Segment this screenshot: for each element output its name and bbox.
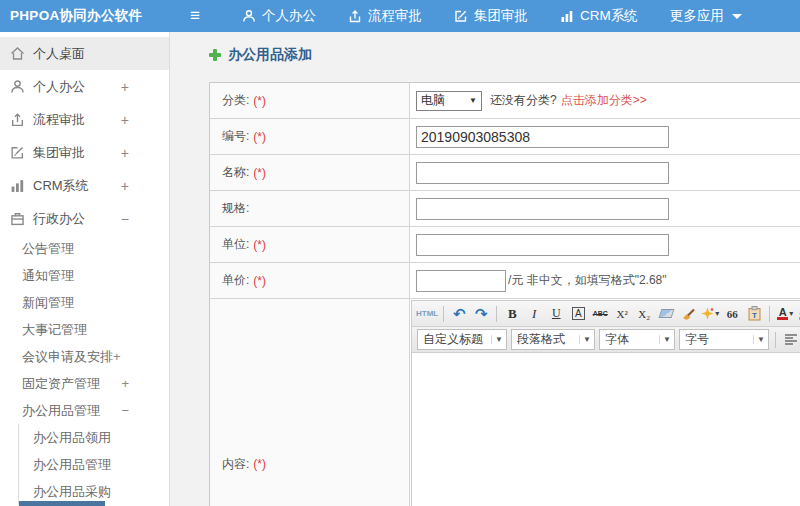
user-icon: [242, 9, 256, 23]
home-icon: [10, 46, 25, 61]
paragraph-format-select[interactable]: 段落格式▼: [511, 329, 595, 350]
spec-label: 规格:: [210, 191, 410, 226]
sidebar-item-supplies-claim[interactable]: 办公用品领用: [19, 424, 169, 451]
nav-item-more-apps[interactable]: 更多应用: [670, 7, 742, 25]
sidebar-item-workflow-approval[interactable]: 流程审批 +: [0, 103, 169, 136]
name-input[interactable]: [416, 162, 669, 184]
name-label: 名称: (*): [210, 155, 410, 190]
sidebar-item-meeting-request[interactable]: 会议申请及安排 +: [0, 343, 169, 370]
source-code-button[interactable]: HTML: [416, 304, 438, 324]
code-input[interactable]: [416, 126, 669, 148]
nav-label: 个人办公: [262, 7, 316, 25]
undo-button[interactable]: ↶: [449, 304, 469, 324]
expand-plus-icon[interactable]: +: [121, 79, 129, 95]
subscript-button[interactable]: X₂: [634, 304, 654, 324]
sidebar-item-label: 大事记管理: [22, 321, 87, 339]
align-left-icon[interactable]: [781, 330, 800, 350]
sidebar-item-personal-desktop[interactable]: 个人桌面: [0, 37, 169, 70]
font-style-button[interactable]: A: [568, 304, 588, 324]
sidebar-item-crm-system[interactable]: CRM系统 +: [0, 169, 169, 202]
nav-item-personal-office[interactable]: 个人办公: [242, 7, 316, 25]
font-size-select[interactable]: 字号▼: [679, 329, 769, 350]
custom-title-select[interactable]: 自定义标题▼: [417, 329, 507, 350]
nav-item-crm-system[interactable]: CRM系统: [560, 7, 638, 25]
unit-input[interactable]: [416, 234, 669, 256]
add-category-link[interactable]: 点击添加分类>>: [561, 92, 647, 109]
sidebar-item-partially-visible[interactable]: [19, 501, 105, 506]
top-nav: 个人办公 流程审批 集团审批 CRM系统 更多应用: [242, 7, 742, 25]
sidebar-item-label: 行政办公: [33, 210, 85, 228]
sidebar-item-announcement-mgmt[interactable]: 公告管理: [0, 235, 169, 262]
form-row-content: 内容: (*) HTML ↶ ↷ B I U: [210, 299, 800, 506]
code-label: 编号: (*): [210, 119, 410, 154]
bold-button[interactable]: B: [502, 304, 522, 324]
sidebar-submenu: 公告管理 通知管理 新闻管理 大事记管理 会议申请及安排 + 固定资产管理 + …: [0, 235, 169, 505]
caret-down-icon: [732, 14, 742, 19]
sidebar-item-label: 办公用品采购: [33, 483, 111, 501]
sidebar-item-label: 办公用品领用: [33, 429, 111, 447]
auto-typeset-icon[interactable]: ▾: [700, 304, 720, 324]
expand-plus-icon[interactable]: +: [121, 178, 129, 194]
sidebar-item-office-supplies-mgmt[interactable]: 办公用品管理 −: [0, 397, 169, 424]
sidebar-item-personal-office[interactable]: 个人办公 +: [0, 70, 169, 103]
select-caret-icon: ▼: [579, 335, 591, 344]
bar-chart-icon: [10, 178, 25, 193]
sidebar-item-supplies-manage[interactable]: 办公用品管理: [19, 451, 169, 478]
collapse-minus-icon[interactable]: −: [121, 403, 129, 418]
editor-content-area[interactable]: [412, 353, 800, 506]
expand-plus-icon[interactable]: +: [121, 112, 129, 128]
nav-item-group-approval[interactable]: 集团审批: [454, 7, 528, 25]
workflow-icon: [10, 112, 25, 127]
required-marker: (*): [253, 130, 266, 144]
workflow-icon: [348, 9, 362, 23]
quick-format-icon[interactable]: [678, 304, 698, 324]
expand-plus-icon[interactable]: +: [121, 145, 129, 161]
strikethrough-button[interactable]: ABC: [590, 304, 610, 324]
required-marker: (*): [253, 94, 266, 108]
sidebar-item-label: 会议申请及安排: [22, 348, 113, 366]
sidebar-item-label: 集团审批: [33, 144, 85, 162]
sidebar-item-label: 公告管理: [22, 240, 74, 258]
edit-square-icon: [10, 145, 25, 160]
select-caret-icon: ▼: [469, 96, 477, 105]
sidebar-subsubmenu: 办公用品领用 办公用品管理 办公用品采购: [18, 424, 169, 505]
redo-button[interactable]: ↷: [471, 304, 491, 324]
sidebar-item-admin-office[interactable]: 行政办公 −: [0, 202, 169, 235]
add-plus-icon: [209, 49, 221, 61]
remove-format-icon[interactable]: [656, 304, 676, 324]
category-hint-text: 还没有分类?: [490, 92, 557, 109]
caret-down-icon: ▾: [715, 309, 719, 318]
category-selected-value: 电脑: [421, 92, 445, 109]
nav-label: 流程审批: [368, 7, 422, 25]
expand-plus-icon[interactable]: +: [121, 376, 129, 391]
collapse-minus-icon[interactable]: −: [121, 211, 129, 227]
category-label: 分类: (*): [210, 83, 410, 118]
nav-item-workflow-approval[interactable]: 流程审批: [348, 7, 422, 25]
sidebar-item-label: 个人桌面: [33, 45, 85, 63]
topbar: PHPOA协同办公软件 ≡ 个人办公 流程审批 集团审批: [0, 0, 800, 32]
sidebar-item-memorabilia-mgmt[interactable]: 大事记管理: [0, 316, 169, 343]
sidebar-item-notice-mgmt[interactable]: 通知管理: [0, 262, 169, 289]
page-title-text: 办公用品添加: [228, 46, 312, 64]
blockquote-button[interactable]: 66: [722, 304, 742, 324]
sidebar-item-group-approval[interactable]: 集团审批 +: [0, 136, 169, 169]
form-row-category: 分类: (*) 电脑 ▼ 还没有分类? 点击添加分类>>: [210, 83, 800, 119]
add-supplies-form: 分类: (*) 电脑 ▼ 还没有分类? 点击添加分类>> 编号: (*): [209, 82, 800, 506]
font-color-button[interactable]: A ▾: [775, 304, 795, 324]
font-family-select[interactable]: 字体▼: [599, 329, 675, 350]
hamburger-icon[interactable]: ≡: [182, 6, 208, 26]
paste-as-text-icon[interactable]: T: [744, 304, 764, 324]
superscript-button[interactable]: X²: [612, 304, 632, 324]
category-select[interactable]: 电脑 ▼: [416, 91, 482, 111]
price-input[interactable]: [416, 270, 506, 292]
sidebar-item-label: CRM系统: [33, 177, 89, 195]
underline-button[interactable]: U: [546, 304, 566, 324]
sidebar-item-news-mgmt[interactable]: 新闻管理: [0, 289, 169, 316]
sidebar: 个人桌面 个人办公 + 流程审批 + 集团审批 +: [0, 32, 170, 506]
spec-input[interactable]: [416, 198, 669, 220]
select-caret-icon: ▼: [659, 335, 671, 344]
italic-button[interactable]: I: [524, 304, 544, 324]
main-content: 办公用品添加 分类: (*) 电脑 ▼ 还没有分类? 点击添加分类>>: [171, 32, 800, 506]
sidebar-item-fixed-assets-mgmt[interactable]: 固定资产管理 +: [0, 370, 169, 397]
expand-plus-icon[interactable]: +: [113, 349, 121, 364]
